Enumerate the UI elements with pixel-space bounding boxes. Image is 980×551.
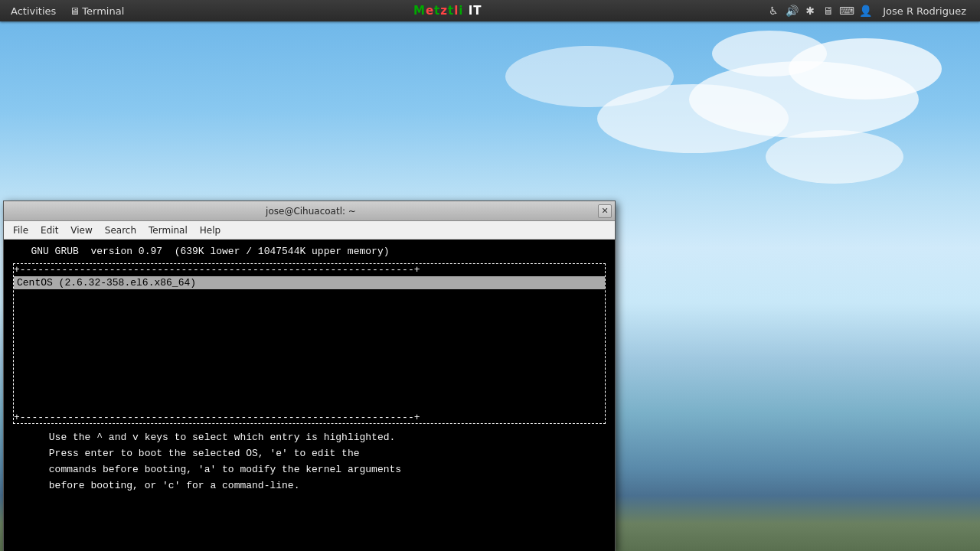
desktop: Activities 🖥 Terminal Metztli IT ♿ 🔊 ✱ 🖥… (0, 0, 980, 551)
grub-selection-box: +---------------------------------------… (13, 263, 606, 424)
terminal-taskbar-label: Terminal (82, 5, 124, 17)
terminal-menubar: File Edit View Search Terminal Help (4, 221, 615, 240)
accessibility-icon[interactable]: ♿ (766, 4, 780, 18)
menu-file[interactable]: File (7, 223, 34, 237)
keyboard-icon[interactable]: ⌨ (840, 4, 854, 18)
brand-char-t2: t (448, 4, 454, 18)
terminal-title: jose@Cihuacoatl: ~ (24, 206, 598, 217)
terminal-taskbar-button[interactable]: 🖥 Terminal (65, 5, 129, 18)
activities-button[interactable]: Activities (5, 4, 62, 18)
user-icon[interactable]: 👤 (858, 4, 872, 18)
menu-edit[interactable]: Edit (34, 223, 64, 237)
grub-header: GNU GRUB version 0.97 (639K lower / 1047… (13, 246, 606, 257)
grub-box-bottom-border: +---------------------------------------… (14, 412, 605, 424)
terminal-content[interactable]: GNU GRUB version 0.97 (639K lower / 1047… (4, 240, 615, 551)
menu-terminal[interactable]: Terminal (142, 223, 194, 237)
volume-icon[interactable]: 🔊 (785, 4, 799, 18)
user-label[interactable]: Jose R Rodriguez (877, 4, 972, 18)
bluetooth-icon[interactable]: ✱ (803, 4, 817, 18)
topbar-brand: Metztli IT (129, 4, 766, 18)
brand-char-M: M (413, 4, 426, 18)
terminal-titlebar: jose@Cihuacoatl: ~ ✕ (4, 201, 615, 221)
brand-IT: IT (469, 4, 482, 18)
topbar: Activities 🖥 Terminal Metztli IT ♿ 🔊 ✱ 🖥… (0, 0, 980, 21)
grub-footer: Use the ^ and v keys to select which ent… (13, 430, 606, 494)
menu-help[interactable]: Help (194, 223, 227, 237)
terminal-close-button[interactable]: ✕ (598, 204, 612, 218)
grub-empty-area (14, 289, 605, 412)
terminal-taskbar-icon: 🖥 (70, 5, 80, 17)
topbar-left: Activities 🖥 Terminal (0, 4, 129, 18)
menu-view[interactable]: View (64, 223, 98, 237)
menu-search[interactable]: Search (99, 223, 142, 237)
brand-char-e: e (426, 4, 434, 18)
topbar-right: ♿ 🔊 ✱ 🖥 ⌨ 👤 Jose R Rodriguez (766, 4, 980, 18)
grub-selected-entry: CentOS (2.6.32-358.el6.x86_64) (14, 276, 605, 289)
grub-box-top-border: +---------------------------------------… (14, 264, 605, 276)
brand-char-z: z (440, 4, 448, 18)
display-icon[interactable]: 🖥 (822, 4, 835, 18)
terminal-window: jose@Cihuacoatl: ~ ✕ File Edit View Sear… (3, 201, 616, 551)
